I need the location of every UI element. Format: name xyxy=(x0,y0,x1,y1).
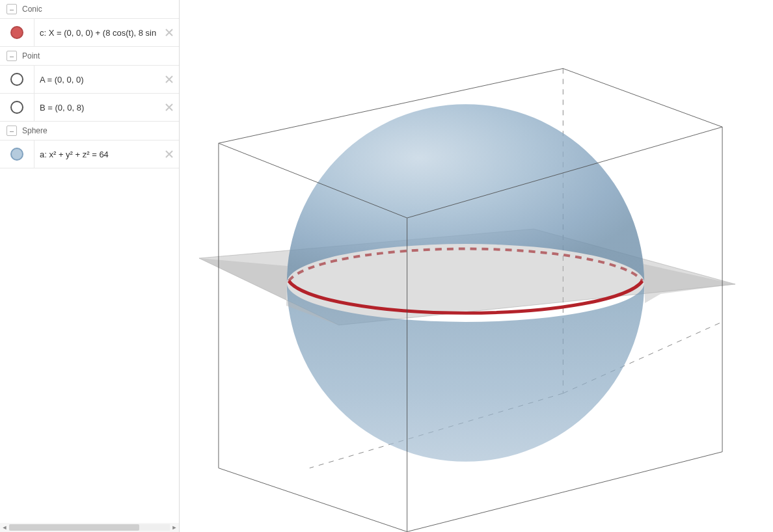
red-circle-icon xyxy=(10,26,23,39)
item-definition[interactable]: c: X = (0, 0, 0) + (8 cos(t), 8 sin xyxy=(34,28,159,38)
blue-circle-icon xyxy=(10,148,23,161)
list-item[interactable]: A = (0, 0, 0) xyxy=(0,66,179,94)
collapse-icon[interactable]: – xyxy=(7,51,17,61)
visibility-swatch[interactable] xyxy=(0,66,34,93)
delete-icon[interactable] xyxy=(159,94,179,121)
category-header-conic[interactable]: – Conic xyxy=(0,0,179,19)
canvas-3d[interactable] xyxy=(180,0,773,532)
delete-icon[interactable] xyxy=(159,66,179,93)
visibility-swatch[interactable] xyxy=(0,94,34,121)
algebra-sidebar: – Conic c: X = (0, 0, 0) + (8 cos(t), 8 … xyxy=(0,0,180,532)
scroll-track[interactable] xyxy=(9,524,170,531)
svg-marker-5 xyxy=(644,264,735,303)
list-item[interactable]: c: X = (0, 0, 0) + (8 cos(t), 8 sin xyxy=(0,19,179,47)
list-item[interactable]: a: x² + y² + z² = 64 xyxy=(0,140,179,168)
delete-icon[interactable] xyxy=(159,140,179,168)
empty-circle-icon xyxy=(10,101,23,114)
app-root: – Conic c: X = (0, 0, 0) + (8 cos(t), 8 … xyxy=(0,0,773,532)
svg-line-9 xyxy=(219,468,407,532)
category-label: Sphere xyxy=(22,126,47,135)
collapse-icon[interactable]: – xyxy=(7,4,17,14)
category-header-point[interactable]: – Point xyxy=(0,47,179,66)
category-label: Point xyxy=(22,51,40,60)
scroll-left-icon[interactable]: ◄ xyxy=(0,523,9,532)
visibility-swatch[interactable] xyxy=(0,19,34,46)
graphics-3d-view[interactable] xyxy=(180,0,773,532)
scroll-thumb[interactable] xyxy=(9,524,139,531)
category-header-sphere[interactable]: – Sphere xyxy=(0,122,179,140)
item-definition[interactable]: a: x² + y² + z² = 64 xyxy=(34,150,159,159)
scroll-right-icon[interactable]: ► xyxy=(170,523,179,532)
horizontal-scrollbar[interactable]: ◄ ► xyxy=(0,523,179,532)
delete-icon[interactable] xyxy=(159,19,179,46)
empty-circle-icon xyxy=(10,73,23,86)
list-item[interactable]: B = (0, 0, 8) xyxy=(0,94,179,122)
item-definition[interactable]: B = (0, 0, 8) xyxy=(34,103,159,113)
visibility-swatch[interactable] xyxy=(0,140,34,168)
item-definition[interactable]: A = (0, 0, 0) xyxy=(34,75,159,85)
category-label: Conic xyxy=(22,5,42,14)
svg-line-10 xyxy=(407,452,722,532)
collapse-icon[interactable]: – xyxy=(7,126,17,136)
